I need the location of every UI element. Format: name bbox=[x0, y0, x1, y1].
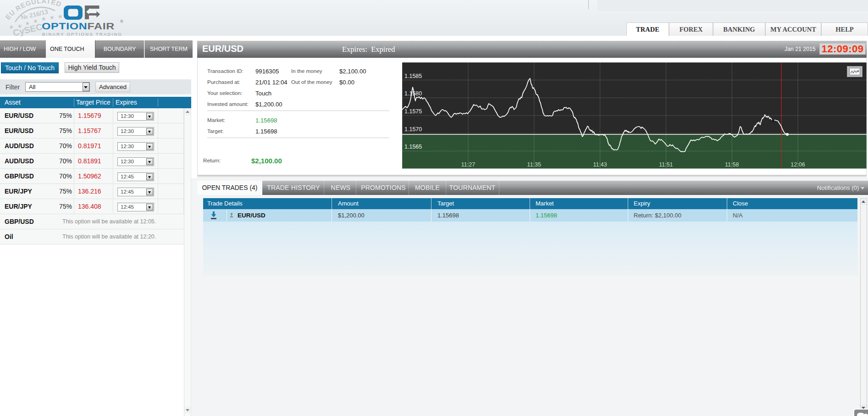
svg-text:1.1575: 1.1575 bbox=[404, 108, 422, 115]
svg-text:1.1580: 1.1580 bbox=[404, 90, 422, 97]
svg-text:★: ★ bbox=[33, 18, 38, 24]
svg-text:11:27: 11:27 bbox=[461, 161, 475, 168]
svg-text:★: ★ bbox=[9, 24, 14, 30]
svg-text:11:58: 11:58 bbox=[725, 161, 739, 168]
svg-text:BINARY OPTIONS TRADING: BINARY OPTIONS TRADING bbox=[42, 32, 122, 37]
svg-text:11:51: 11:51 bbox=[659, 161, 673, 168]
svg-text:★: ★ bbox=[17, 23, 22, 29]
svg-text:1.1585: 1.1585 bbox=[404, 73, 422, 79]
svg-text:★: ★ bbox=[25, 20, 30, 27]
svg-text:★: ★ bbox=[58, 13, 63, 20]
svg-text:12:06: 12:06 bbox=[791, 161, 805, 168]
svg-text:11:35: 11:35 bbox=[527, 161, 541, 168]
svg-text:OPTIONFAIR: OPTIONFAIR bbox=[42, 21, 115, 31]
svg-text:®: ® bbox=[120, 19, 123, 24]
svg-text:1.1570: 1.1570 bbox=[404, 126, 422, 133]
svg-text:★: ★ bbox=[50, 14, 55, 21]
svg-text:11:43: 11:43 bbox=[593, 161, 607, 168]
svg-text:1.1565: 1.1565 bbox=[404, 144, 422, 150]
